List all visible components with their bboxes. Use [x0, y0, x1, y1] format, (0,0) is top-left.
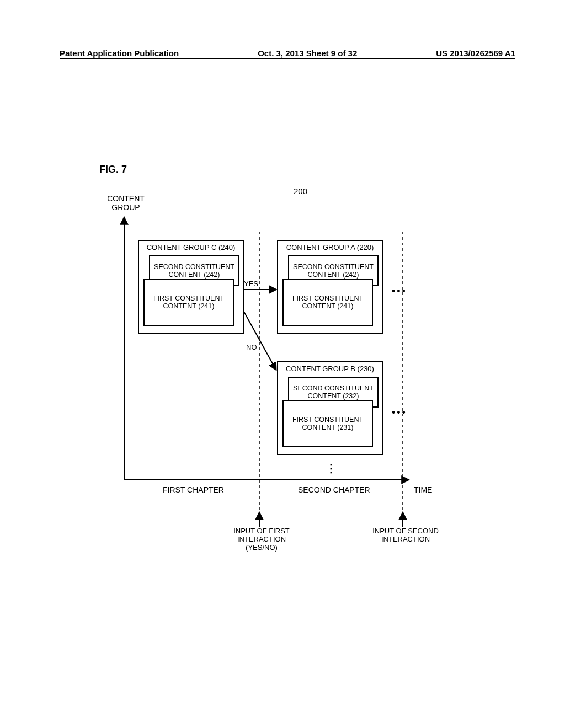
- content-group-a: CONTENT GROUP A (220) SECOND CONSTITUENT…: [277, 240, 383, 334]
- header-right: US 2013/0262569 A1: [436, 49, 515, 58]
- page: Patent Application Publication Oct. 3, 2…: [0, 0, 565, 728]
- header-left: Patent Application Publication: [60, 49, 179, 58]
- first-chapter-label: FIRST CHAPTER: [163, 485, 224, 494]
- branch-yes-label: YES: [244, 280, 258, 288]
- ellipsis-after-a: •••: [392, 286, 407, 297]
- group-a-first-content: FIRST CONSTITUENT CONTENT (241): [282, 279, 373, 326]
- header-rule: [60, 58, 515, 59]
- ellipsis-after-b: •••: [392, 407, 407, 419]
- group-a-title: CONTENT GROUP A (220): [278, 243, 382, 251]
- branch-no-label: NO: [246, 344, 257, 352]
- group-b-first-content: FIRST CONSTITUENT CONTENT (231): [282, 400, 373, 447]
- vertical-ellipsis: ⋮: [326, 462, 337, 475]
- group-c-first-content: FIRST CONSTITUENT CONTENT (241): [143, 279, 234, 326]
- figure-label: FIG. 7: [99, 164, 127, 175]
- svg-line-5: [244, 312, 276, 370]
- header-center: Oct. 3, 2013 Sheet 9 of 32: [258, 49, 357, 58]
- second-interaction-label: INPUT OF SECOND INTERACTION: [370, 527, 441, 544]
- group-b-title: CONTENT GROUP B (230): [278, 365, 382, 373]
- content-group-c: CONTENT GROUP C (240) SECOND CONSTITUENT…: [138, 240, 244, 334]
- diagram: 200 CONTENT GROUP: [94, 188, 491, 552]
- group-c-title: CONTENT GROUP C (240): [139, 243, 243, 251]
- header: Patent Application Publication Oct. 3, 2…: [0, 47, 565, 59]
- x-axis-label: TIME: [414, 485, 432, 494]
- second-chapter-label: SECOND CHAPTER: [298, 485, 370, 494]
- first-interaction-label: INPUT OF FIRST INTERACTION (YES/NO): [228, 527, 295, 552]
- content-group-b: CONTENT GROUP B (230) SECOND CONSTITUENT…: [277, 361, 383, 455]
